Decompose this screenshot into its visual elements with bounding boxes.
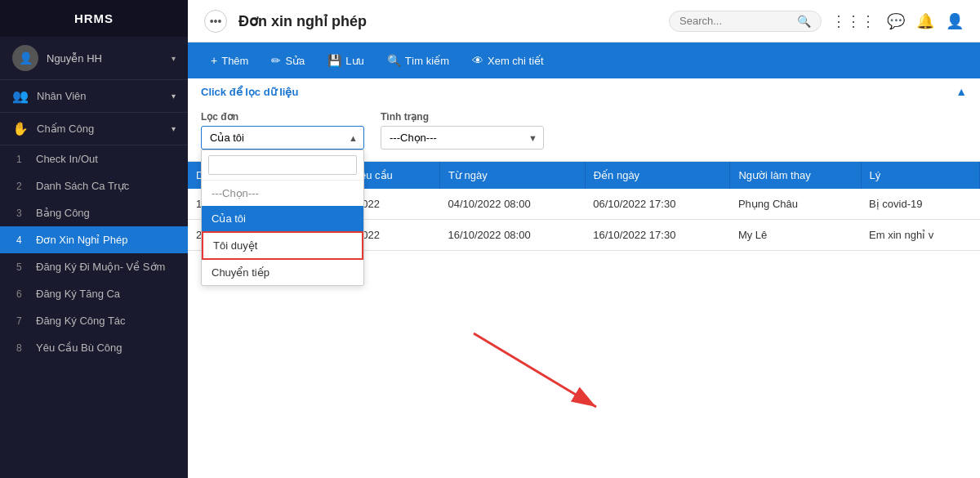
col-header-tu-ngay: Từ ngày (439, 162, 585, 189)
user-icon[interactable]: 👤 (946, 12, 964, 30)
sidebar-user[interactable]: 👤 Nguyễn HH ▾ (0, 37, 188, 80)
message-icon[interactable]: 💬 (887, 12, 905, 30)
cell-tu-ngay: 04/10/2022 08:00 (439, 189, 585, 220)
sidebar-item-check-in-out[interactable]: 1 Check In/Out (0, 145, 188, 172)
tinh-trang-group: Tình trạng ---Chọn--- ▼ (381, 111, 544, 150)
avatar: 👤 (12, 45, 38, 71)
tinh-trang-select[interactable]: ---Chọn--- (381, 126, 544, 150)
col-header-ly-do: Lý (861, 162, 979, 189)
cham-cong-chevron-icon: ▾ (172, 124, 176, 133)
col-header-den-ngay: Đến ngày (585, 162, 730, 189)
cell-tu-ngay: 16/10/2022 08:00 (439, 220, 585, 251)
luu-button[interactable]: 💾 Lưu (318, 49, 373, 72)
loc-don-menu: ---Chọn--- Của tôi Tôi duyệt Chuyển tiếp (201, 150, 364, 286)
action-bar: + Thêm ✏ Sửa 💾 Lưu 🔍 Tìm kiếm 👁 Xem chi … (188, 42, 980, 78)
search-btn-icon: 🔍 (387, 54, 401, 67)
cell-ly-do: Bị covid-19 (861, 189, 979, 220)
search-input[interactable] (679, 15, 794, 27)
sua-button[interactable]: ✏ Sửa (261, 49, 314, 72)
main-content: ••• Đơn xin nghỉ phép 🔍 ⋮⋮⋮ 💬 🔔 👤 + Thêm… (188, 0, 980, 478)
nhan-vien-icon: 👥 (12, 88, 29, 104)
tinh-trang-select-wrapper: ---Chọn--- ▼ (381, 126, 544, 150)
sidebar-item-don-xin-nghi-phep[interactable]: 4 Đơn Xin Nghỉ Phép (0, 226, 188, 253)
loc-don-input-wrapper: ▲ (201, 126, 364, 150)
filter-toggle[interactable]: Click để lọc dữ liệu ▲ (188, 78, 980, 105)
sidebar-item-bang-cong[interactable]: 3 Bảng Công (0, 199, 188, 226)
filter-bar: Click để lọc dữ liệu ▲ Lọc đơn ▲ (188, 78, 980, 162)
username-label: Nguyễn HH (47, 52, 172, 65)
nhan-vien-label: Nhân Viên (37, 90, 86, 102)
dots-icon: ••• (210, 15, 222, 28)
dropdown-search-input[interactable] (208, 155, 357, 175)
svg-line-1 (474, 333, 596, 407)
save-icon: 💾 (327, 54, 341, 67)
xem-chi-tiet-button[interactable]: 👁 Xem chi tiết (462, 49, 554, 72)
cham-cong-label: Chấm Công (37, 123, 94, 135)
filter-fields: Lọc đơn ▲ ---Chọn--- Của tôi Tôi duyệt (188, 105, 980, 161)
plus-icon: + (211, 54, 217, 67)
loc-don-dropdown: ▲ ---Chọn--- Của tôi Tôi duyệt Chuyển ti… (201, 126, 364, 150)
sidebar-item-cham-cong[interactable]: ✋ Chấm Công ▾ (0, 113, 188, 145)
sidebar-header: HRMS (0, 0, 188, 37)
loc-don-input[interactable] (201, 126, 364, 150)
menu-button[interactable]: ••• (204, 10, 227, 33)
loc-don-group: Lọc đơn ▲ ---Chọn--- Của tôi Tôi duyệt (201, 111, 364, 150)
page-title: Đơn xin nghỉ phép (238, 12, 669, 30)
cell-nguoi-lam-thay: My Lê (730, 220, 861, 251)
search-box[interactable]: 🔍 (669, 11, 822, 32)
eye-icon: 👁 (472, 54, 483, 67)
grid-icon[interactable]: ⋮⋮⋮ (831, 12, 875, 30)
cell-den-ngay: 16/10/2022 17:30 (585, 220, 730, 251)
col-header-nguoi-lam-thay: Người làm thay (730, 162, 861, 189)
tinh-trang-label: Tình trạng (381, 111, 544, 123)
cell-nguoi-lam-thay: Phụng Châu (730, 189, 861, 220)
sidebar-item-yeu-cau-bu-cong[interactable]: 8 Yêu Cầu Bù Công (0, 334, 188, 361)
dropdown-option-chon[interactable]: ---Chọn--- (202, 181, 363, 206)
sidebar-item-danh-sach-ca-truc[interactable]: 2 Danh Sách Ca Trực (0, 172, 188, 199)
cell-den-ngay: 06/10/2022 17:30 (585, 189, 730, 220)
search-icon[interactable]: 🔍 (797, 15, 811, 28)
filter-toggle-label: Click để lọc dữ liệu (201, 86, 298, 98)
sidebar: HRMS 👤 Nguyễn HH ▾ 👥 Nhân Viên ▾ ✋ Chấm … (0, 0, 188, 478)
bell-icon[interactable]: 🔔 (916, 12, 934, 30)
topbar: ••• Đơn xin nghỉ phép 🔍 ⋮⋮⋮ 💬 🔔 👤 (188, 0, 980, 42)
user-chevron-icon: ▾ (172, 54, 176, 63)
dropdown-option-cua-toi[interactable]: Của tôi (202, 206, 363, 231)
dropdown-option-chuyen-tiep[interactable]: Chuyển tiếp (202, 260, 363, 285)
red-arrow-indicator (466, 325, 612, 423)
sidebar-item-dang-ky-di-muon[interactable]: 5 Đăng Ký Đi Muộn- Về Sớm (0, 253, 188, 280)
dropdown-search-box (202, 150, 363, 181)
cell-ly-do: Em xin nghỉ v (861, 220, 979, 251)
topbar-icons: ⋮⋮⋮ 💬 🔔 👤 (831, 12, 964, 30)
filter-chevron-up-icon: ▲ (956, 85, 967, 98)
them-button[interactable]: + Thêm (201, 49, 258, 72)
dropdown-option-toi-duyet[interactable]: Tôi duyệt (202, 231, 363, 260)
sidebar-item-nhan-vien[interactable]: 👥 Nhân Viên ▾ (0, 80, 188, 113)
sidebar-item-dang-ky-tang-ca[interactable]: 6 Đăng Ký Tăng Ca (0, 280, 188, 307)
tim-kiem-button[interactable]: 🔍 Tìm kiếm (377, 49, 459, 72)
sidebar-item-dang-ky-cong-tac[interactable]: 7 Đăng Ký Công Tác (0, 307, 188, 334)
cham-cong-icon: ✋ (12, 121, 29, 136)
loc-don-label: Lọc đơn (201, 111, 364, 123)
edit-icon: ✏ (271, 54, 281, 67)
nhan-vien-chevron-icon: ▾ (172, 92, 176, 101)
